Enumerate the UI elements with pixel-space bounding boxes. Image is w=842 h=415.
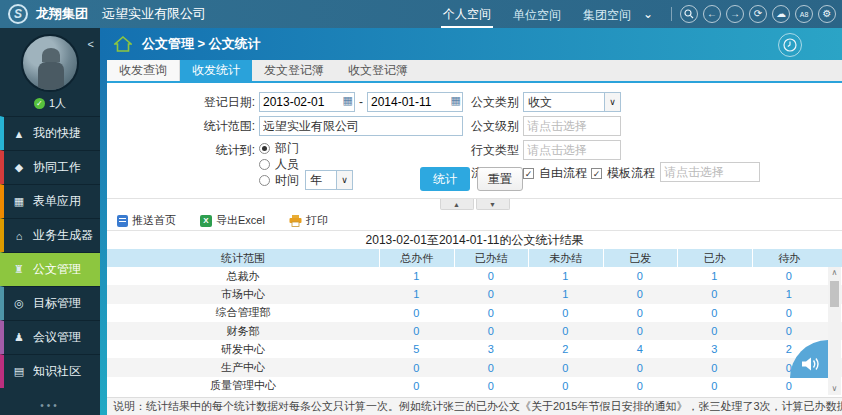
stat-value-link[interactable]: 3 (677, 340, 752, 358)
radio-time[interactable]: 时间 (259, 173, 299, 187)
workspace-nav-item-2[interactable]: 集团空间 (581, 2, 633, 27)
print-button[interactable]: 打印 (289, 213, 328, 228)
stat-value-link[interactable]: 0 (528, 304, 603, 322)
table-row: 综合管理部000000 (107, 304, 842, 322)
stat-value-link[interactable]: 0 (528, 322, 603, 340)
cloud-icon[interactable]: ☁ (772, 5, 790, 23)
checkbox-free-process[interactable]: ✓ 自由流程 (523, 165, 587, 182)
tab-3[interactable]: 收文登记簿 (336, 60, 420, 81)
stat-value-link[interactable]: 0 (528, 358, 603, 376)
stat-value-link[interactable]: 4 (603, 340, 678, 358)
scroll-down-icon[interactable]: ∨ (828, 383, 841, 395)
stat-value-link[interactable]: 0 (603, 267, 678, 285)
sidebar-item-label: 会议管理 (33, 329, 81, 346)
workspace-nav-item-1[interactable]: 单位空间 (511, 2, 563, 27)
stat-value-link[interactable]: 0 (677, 358, 752, 376)
sidebar-item-5[interactable]: ◎目标管理 (0, 286, 100, 320)
doc-level-input[interactable] (523, 116, 621, 136)
sidebar-item-3[interactable]: ⌂业务生成器 (0, 218, 100, 252)
clock-icon[interactable] (778, 33, 802, 57)
refresh-icon[interactable]: ⟳ (749, 5, 767, 23)
collapse-down-button[interactable]: ▼ (476, 199, 510, 210)
sidebar-item-4[interactable]: ♜公文管理 (0, 252, 100, 286)
content-panel: 收发查询收发统计发文登记簿收文登记簿 登记日期: ▦ - ▦ 统计范围: 统计到… (107, 60, 842, 415)
back-icon[interactable]: ← (703, 5, 721, 23)
date-from-input[interactable] (259, 92, 355, 112)
stat-value-link[interactable]: 1 (528, 285, 603, 303)
checkbox-template-process[interactable]: ✓ 模板流程 (591, 165, 655, 182)
scope-input[interactable] (259, 116, 463, 136)
stat-value-link[interactable]: 0 (752, 322, 827, 340)
sidebar-item-6[interactable]: ♟会议管理 (0, 320, 100, 354)
tab-1[interactable]: 收发统计 (180, 60, 252, 81)
scroll-up-icon[interactable]: ∧ (828, 267, 841, 279)
settings-icon[interactable]: ⚙ (818, 5, 836, 23)
stat-value-link[interactable]: 1 (752, 285, 827, 303)
export-excel-button[interactable]: 导出Excel (200, 213, 265, 228)
stat-value-link[interactable]: 0 (677, 322, 752, 340)
stat-value-link[interactable]: 0 (454, 377, 529, 395)
stat-value-link[interactable]: 0 (379, 377, 454, 395)
chevron-down-icon[interactable]: ⌄ (643, 7, 653, 21)
stat-value-link[interactable]: 1 (677, 267, 752, 285)
stat-value-link[interactable]: 0 (454, 358, 529, 376)
tab-0[interactable]: 收发查询 (107, 60, 180, 81)
doc-type-select[interactable]: 收文∨ (523, 92, 621, 112)
stat-value-link[interactable]: 0 (454, 322, 529, 340)
stat-value-link[interactable]: 1 (528, 267, 603, 285)
sidebar: < ✓ 1人 ▲我的快捷◆协同工作▦表单应用⌂业务生成器♜公文管理◎目标管理♟会… (0, 28, 100, 415)
stat-value-link[interactable]: 0 (454, 267, 529, 285)
collapse-up-button[interactable]: ▲ (440, 199, 474, 210)
stat-value-link[interactable]: 0 (603, 285, 678, 303)
reset-button[interactable]: 重置 (477, 167, 523, 191)
stat-value-link[interactable]: 0 (677, 285, 752, 303)
sidebar-item-label: 目标管理 (33, 295, 81, 312)
stat-value-link[interactable]: 0 (379, 358, 454, 376)
workspace-nav-item-0[interactable]: 个人空间 (441, 1, 493, 28)
stat-value-link[interactable]: 0 (752, 304, 827, 322)
stat-value-link[interactable]: 0 (379, 322, 454, 340)
stat-value-link[interactable]: 0 (454, 304, 529, 322)
process-input[interactable] (660, 162, 760, 182)
search-icon[interactable] (680, 5, 698, 23)
sidebar-item-1[interactable]: ◆协同工作 (0, 150, 100, 184)
forward-icon[interactable]: → (726, 5, 744, 23)
home-icon[interactable] (114, 36, 132, 52)
sidebar-item-2[interactable]: ▦表单应用 (0, 184, 100, 218)
scroll-thumb[interactable] (830, 281, 839, 307)
stat-value-link[interactable]: 5 (379, 340, 454, 358)
stat-value-link[interactable]: 3 (454, 340, 529, 358)
sidebar-item-7[interactable]: ▤知识社区 (0, 354, 100, 388)
sidebar-item-0[interactable]: ▲我的快捷 (0, 116, 100, 150)
a8-icon[interactable]: A8 (795, 5, 813, 23)
stat-value-link[interactable]: 0 (752, 267, 827, 285)
stat-value-link[interactable]: 0 (603, 322, 678, 340)
avatar[interactable] (21, 34, 79, 92)
stat-value-link[interactable]: 0 (603, 304, 678, 322)
date-to-input[interactable] (367, 92, 463, 112)
stat-value-link[interactable]: 0 (677, 377, 752, 395)
submit-button[interactable]: 统计 (420, 167, 470, 191)
stat-value-link[interactable]: 0 (603, 358, 678, 376)
vertical-scrollbar[interactable]: ∧ ∨ (828, 267, 841, 395)
calendar-icon[interactable]: ▦ (343, 95, 353, 106)
stat-value-link[interactable]: 0 (379, 304, 454, 322)
tab-2[interactable]: 发文登记簿 (252, 60, 336, 81)
sidebar-collapse-icon[interactable]: < (88, 38, 94, 50)
radio-person[interactable]: 人员 (259, 157, 299, 171)
time-unit-select[interactable]: 年∨ (305, 170, 353, 190)
flow-type-input[interactable] (523, 140, 621, 160)
stat-value-link[interactable]: 1 (379, 267, 454, 285)
sidebar-more-button[interactable]: ••• (0, 400, 100, 411)
table-row: 生产中心000000 (107, 358, 842, 376)
push-home-button[interactable]: 推送首页 (117, 213, 176, 228)
stat-value-link[interactable]: 0 (454, 285, 529, 303)
stat-value-link[interactable]: 0 (677, 304, 752, 322)
breadcrumb[interactable]: 公文管理 > 公文统计 (142, 35, 261, 53)
stat-value-link[interactable]: 0 (528, 377, 603, 395)
stat-value-link[interactable]: 2 (528, 340, 603, 358)
stat-value-link[interactable]: 0 (752, 377, 827, 395)
stat-value-link[interactable]: 1 (379, 285, 454, 303)
radio-department[interactable]: 部门 (259, 141, 299, 155)
stat-value-link[interactable]: 0 (603, 377, 678, 395)
